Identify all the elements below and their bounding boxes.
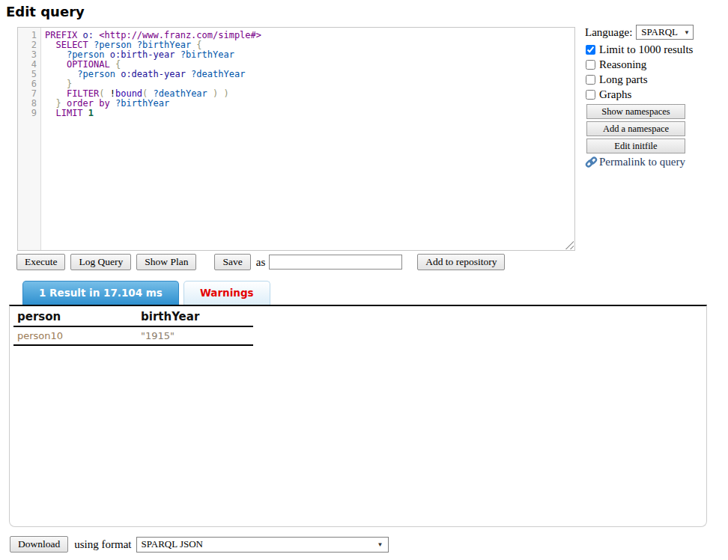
code-token: ?person xyxy=(77,69,115,79)
code-token: ?birthYear xyxy=(137,40,191,50)
code-line: ?person o:birth-year ?birthYear xyxy=(45,50,574,60)
column-header-birthyear: birthYear xyxy=(137,308,253,326)
graphs-checkbox[interactable] xyxy=(586,90,595,100)
code-token xyxy=(77,30,82,40)
download-button[interactable]: Download xyxy=(10,536,68,553)
code-token xyxy=(45,69,77,79)
query-editor[interactable]: 123456789 PREFIX o: <http://www.franz.co… xyxy=(17,27,575,251)
code-token xyxy=(45,40,55,50)
code-token xyxy=(45,79,67,89)
code-token: ?person xyxy=(67,49,105,60)
language-select[interactable]: SPARQL ▼ xyxy=(636,25,694,40)
code-token xyxy=(83,108,88,118)
checkbox-label: Limit to 1000 results xyxy=(599,43,693,56)
checkbox-label: Reasoning xyxy=(599,58,646,71)
code-token: bound xyxy=(115,88,142,99)
query-toolbar: Execute Log Query Show Plan Save as Add … xyxy=(16,254,510,270)
checkbox-label: Long parts xyxy=(599,73,648,86)
resource-link[interactable]: person10 xyxy=(13,326,137,345)
download-bar: Download using format SPARQL JSON ▼ xyxy=(10,536,389,553)
code-token xyxy=(218,88,223,99)
code-token xyxy=(110,98,115,109)
options-button-list: Show namespacesAdd a namespaceEdit initf… xyxy=(585,104,724,153)
code-token: LIMIT xyxy=(55,108,82,118)
chevron-down-icon: ▼ xyxy=(684,29,690,36)
editor-gutter: 123456789 xyxy=(18,28,41,250)
code-token xyxy=(88,40,94,50)
code-token: o: xyxy=(83,30,94,40)
code-token xyxy=(175,49,180,60)
format-select-value: SPARQL JSON xyxy=(142,538,204,550)
code-token xyxy=(104,49,109,60)
editor-code[interactable]: PREFIX o: <http://www.franz.com/simple#>… xyxy=(41,28,574,250)
code-token: order xyxy=(67,98,94,109)
using-format-label: using format xyxy=(74,538,131,551)
code-token: FILTER xyxy=(67,88,99,99)
chain-link-icon xyxy=(585,156,598,168)
code-token xyxy=(207,88,213,99)
code-token: by xyxy=(99,98,109,109)
code-token xyxy=(148,88,153,99)
results-panel: personbirthYear person10"1915" xyxy=(9,305,707,527)
show-plan-button[interactable]: Show Plan xyxy=(136,254,196,270)
code-token: 1 xyxy=(88,108,94,118)
chevron-down-icon: ▼ xyxy=(377,541,383,548)
results-header-row: personbirthYear xyxy=(13,308,253,326)
options-checkbox-list: Limit to 1000 resultsReasoningLong parts… xyxy=(585,42,724,102)
show-namespaces-button[interactable]: Show namespaces xyxy=(586,104,685,119)
code-token: PREFIX xyxy=(45,30,77,40)
code-token: ?birthYear xyxy=(115,98,169,109)
code-token: OPTIONAL xyxy=(67,59,110,70)
results-body: person10"1915" xyxy=(13,326,253,345)
code-token xyxy=(132,40,137,50)
code-token xyxy=(45,88,67,99)
option-limit-to-1000-results[interactable]: Limit to 1000 results xyxy=(585,42,724,57)
code-token xyxy=(105,88,110,99)
options-panel: Language: SPARQL ▼ Limit to 1000 results… xyxy=(585,25,724,168)
language-select-value: SPARQL xyxy=(641,26,678,38)
edit-initfile-button[interactable]: Edit initfile xyxy=(586,139,685,153)
code-token: { xyxy=(196,40,201,50)
line-number: 9 xyxy=(18,109,37,118)
add-a-namespace-button[interactable]: Add a namespace xyxy=(586,121,685,136)
save-button[interactable]: Save xyxy=(214,254,250,270)
code-token xyxy=(61,98,67,109)
code-token: ! xyxy=(110,88,115,99)
limit-to-1000-results-checkbox[interactable] xyxy=(586,45,595,55)
tab-warnings[interactable]: Warnings xyxy=(183,281,270,305)
save-as-label: as xyxy=(256,256,266,269)
format-select[interactable]: SPARQL JSON ▼ xyxy=(136,537,389,553)
checkbox-label: Graphs xyxy=(599,88,631,101)
code-token: ) xyxy=(224,88,229,99)
code-token: o:death-year xyxy=(121,69,186,79)
log-query-button[interactable]: Log Query xyxy=(70,254,131,270)
code-token: ?birthYear xyxy=(181,49,234,60)
code-line: } order by ?birthYear xyxy=(45,99,574,109)
add-to-repository-button[interactable]: Add to repository xyxy=(417,254,505,270)
tab-bar: 1 Result in 17.104 msWarnings xyxy=(22,281,270,305)
execute-button[interactable]: Execute xyxy=(16,254,65,270)
code-token xyxy=(45,98,55,109)
option-long-parts[interactable]: Long parts xyxy=(585,72,724,87)
code-token xyxy=(110,59,115,70)
code-token: <http://www.franz.com/simple#> xyxy=(99,30,261,40)
code-token: ?deathYear xyxy=(191,69,245,79)
tab-1-result-in-17-104-ms[interactable]: 1 Result in 17.104 ms xyxy=(22,281,179,305)
code-line: ?person o:death-year ?deathYear xyxy=(45,70,574,79)
code-token: ?deathYear xyxy=(154,88,207,99)
code-token: { xyxy=(115,59,121,70)
permalink-link[interactable]: Permalink to query xyxy=(585,156,724,168)
code-token xyxy=(45,59,67,70)
code-token: } xyxy=(67,79,72,89)
code-token: ?person xyxy=(94,40,132,50)
reasoning-checkbox[interactable] xyxy=(586,60,595,70)
option-reasoning[interactable]: Reasoning xyxy=(585,57,724,72)
code-token xyxy=(45,49,67,60)
long-parts-checkbox[interactable] xyxy=(586,75,595,85)
option-graphs[interactable]: Graphs xyxy=(585,87,724,102)
code-token: SELECT xyxy=(55,40,88,50)
language-label: Language: xyxy=(585,26,632,39)
save-name-input[interactable] xyxy=(269,255,402,270)
code-token: ( xyxy=(99,88,104,99)
literal-value: "1915" xyxy=(137,326,253,345)
